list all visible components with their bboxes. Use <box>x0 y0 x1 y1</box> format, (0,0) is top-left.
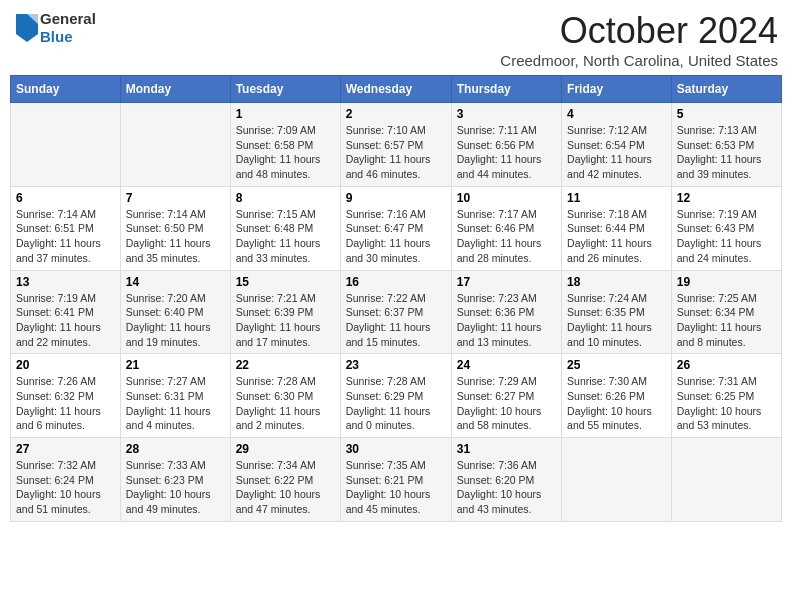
day-info: Sunrise: 7:18 AM Sunset: 6:44 PM Dayligh… <box>567 207 666 266</box>
day-number: 17 <box>457 275 556 289</box>
calendar-cell: 27Sunrise: 7:32 AM Sunset: 6:24 PM Dayli… <box>11 438 121 522</box>
calendar-cell: 14Sunrise: 7:20 AM Sunset: 6:40 PM Dayli… <box>120 270 230 354</box>
day-number: 18 <box>567 275 666 289</box>
day-info: Sunrise: 7:14 AM Sunset: 6:51 PM Dayligh… <box>16 207 115 266</box>
day-number: 11 <box>567 191 666 205</box>
calendar-cell <box>562 438 672 522</box>
calendar-cell: 17Sunrise: 7:23 AM Sunset: 6:36 PM Dayli… <box>451 270 561 354</box>
calendar-cell: 8Sunrise: 7:15 AM Sunset: 6:48 PM Daylig… <box>230 186 340 270</box>
day-info: Sunrise: 7:11 AM Sunset: 6:56 PM Dayligh… <box>457 123 556 182</box>
day-number: 22 <box>236 358 335 372</box>
day-info: Sunrise: 7:30 AM Sunset: 6:26 PM Dayligh… <box>567 374 666 433</box>
calendar-cell: 9Sunrise: 7:16 AM Sunset: 6:47 PM Daylig… <box>340 186 451 270</box>
day-info: Sunrise: 7:21 AM Sunset: 6:39 PM Dayligh… <box>236 291 335 350</box>
calendar-cell: 31Sunrise: 7:36 AM Sunset: 6:20 PM Dayli… <box>451 438 561 522</box>
day-number: 29 <box>236 442 335 456</box>
location-subtitle: Creedmoor, North Carolina, United States <box>500 52 778 69</box>
calendar-cell: 7Sunrise: 7:14 AM Sunset: 6:50 PM Daylig… <box>120 186 230 270</box>
day-number: 28 <box>126 442 225 456</box>
logo: General Blue <box>14 10 96 46</box>
day-number: 25 <box>567 358 666 372</box>
header-tuesday: Tuesday <box>230 76 340 103</box>
day-info: Sunrise: 7:09 AM Sunset: 6:58 PM Dayligh… <box>236 123 335 182</box>
day-info: Sunrise: 7:25 AM Sunset: 6:34 PM Dayligh… <box>677 291 776 350</box>
calendar-cell: 23Sunrise: 7:28 AM Sunset: 6:29 PM Dayli… <box>340 354 451 438</box>
calendar-cell: 1Sunrise: 7:09 AM Sunset: 6:58 PM Daylig… <box>230 103 340 187</box>
week-row-1: 1Sunrise: 7:09 AM Sunset: 6:58 PM Daylig… <box>11 103 782 187</box>
day-info: Sunrise: 7:34 AM Sunset: 6:22 PM Dayligh… <box>236 458 335 517</box>
calendar-cell: 5Sunrise: 7:13 AM Sunset: 6:53 PM Daylig… <box>671 103 781 187</box>
calendar-cell: 26Sunrise: 7:31 AM Sunset: 6:25 PM Dayli… <box>671 354 781 438</box>
day-number: 2 <box>346 107 446 121</box>
calendar-cell: 19Sunrise: 7:25 AM Sunset: 6:34 PM Dayli… <box>671 270 781 354</box>
day-info: Sunrise: 7:15 AM Sunset: 6:48 PM Dayligh… <box>236 207 335 266</box>
day-number: 5 <box>677 107 776 121</box>
day-number: 9 <box>346 191 446 205</box>
day-number: 1 <box>236 107 335 121</box>
calendar-cell: 22Sunrise: 7:28 AM Sunset: 6:30 PM Dayli… <box>230 354 340 438</box>
header-saturday: Saturday <box>671 76 781 103</box>
day-number: 8 <box>236 191 335 205</box>
day-number: 6 <box>16 191 115 205</box>
day-number: 31 <box>457 442 556 456</box>
calendar-cell: 12Sunrise: 7:19 AM Sunset: 6:43 PM Dayli… <box>671 186 781 270</box>
calendar-cell: 20Sunrise: 7:26 AM Sunset: 6:32 PM Dayli… <box>11 354 121 438</box>
day-number: 26 <box>677 358 776 372</box>
day-info: Sunrise: 7:12 AM Sunset: 6:54 PM Dayligh… <box>567 123 666 182</box>
page-header: General Blue October 2024 Creedmoor, Nor… <box>10 10 782 69</box>
calendar-cell: 10Sunrise: 7:17 AM Sunset: 6:46 PM Dayli… <box>451 186 561 270</box>
calendar-cell: 4Sunrise: 7:12 AM Sunset: 6:54 PM Daylig… <box>562 103 672 187</box>
week-row-3: 13Sunrise: 7:19 AM Sunset: 6:41 PM Dayli… <box>11 270 782 354</box>
day-info: Sunrise: 7:22 AM Sunset: 6:37 PM Dayligh… <box>346 291 446 350</box>
calendar-cell: 3Sunrise: 7:11 AM Sunset: 6:56 PM Daylig… <box>451 103 561 187</box>
calendar-cell: 28Sunrise: 7:33 AM Sunset: 6:23 PM Dayli… <box>120 438 230 522</box>
calendar-table: SundayMondayTuesdayWednesdayThursdayFrid… <box>10 75 782 522</box>
day-number: 21 <box>126 358 225 372</box>
day-info: Sunrise: 7:26 AM Sunset: 6:32 PM Dayligh… <box>16 374 115 433</box>
day-number: 12 <box>677 191 776 205</box>
day-info: Sunrise: 7:27 AM Sunset: 6:31 PM Dayligh… <box>126 374 225 433</box>
calendar-cell: 11Sunrise: 7:18 AM Sunset: 6:44 PM Dayli… <box>562 186 672 270</box>
calendar-cell: 16Sunrise: 7:22 AM Sunset: 6:37 PM Dayli… <box>340 270 451 354</box>
week-row-2: 6Sunrise: 7:14 AM Sunset: 6:51 PM Daylig… <box>11 186 782 270</box>
day-number: 14 <box>126 275 225 289</box>
calendar-cell: 29Sunrise: 7:34 AM Sunset: 6:22 PM Dayli… <box>230 438 340 522</box>
day-number: 10 <box>457 191 556 205</box>
calendar-cell <box>120 103 230 187</box>
day-info: Sunrise: 7:19 AM Sunset: 6:41 PM Dayligh… <box>16 291 115 350</box>
day-number: 24 <box>457 358 556 372</box>
day-info: Sunrise: 7:24 AM Sunset: 6:35 PM Dayligh… <box>567 291 666 350</box>
month-title: October 2024 <box>500 10 778 52</box>
calendar-cell: 21Sunrise: 7:27 AM Sunset: 6:31 PM Dayli… <box>120 354 230 438</box>
calendar-cell: 13Sunrise: 7:19 AM Sunset: 6:41 PM Dayli… <box>11 270 121 354</box>
day-info: Sunrise: 7:32 AM Sunset: 6:24 PM Dayligh… <box>16 458 115 517</box>
week-row-4: 20Sunrise: 7:26 AM Sunset: 6:32 PM Dayli… <box>11 354 782 438</box>
calendar-cell: 2Sunrise: 7:10 AM Sunset: 6:57 PM Daylig… <box>340 103 451 187</box>
header-friday: Friday <box>562 76 672 103</box>
day-number: 7 <box>126 191 225 205</box>
day-number: 20 <box>16 358 115 372</box>
day-info: Sunrise: 7:23 AM Sunset: 6:36 PM Dayligh… <box>457 291 556 350</box>
header-wednesday: Wednesday <box>340 76 451 103</box>
logo-icon <box>16 14 38 42</box>
day-info: Sunrise: 7:28 AM Sunset: 6:29 PM Dayligh… <box>346 374 446 433</box>
day-number: 23 <box>346 358 446 372</box>
day-number: 30 <box>346 442 446 456</box>
day-number: 3 <box>457 107 556 121</box>
day-info: Sunrise: 7:28 AM Sunset: 6:30 PM Dayligh… <box>236 374 335 433</box>
header-thursday: Thursday <box>451 76 561 103</box>
title-area: October 2024 Creedmoor, North Carolina, … <box>500 10 778 69</box>
calendar-cell: 25Sunrise: 7:30 AM Sunset: 6:26 PM Dayli… <box>562 354 672 438</box>
day-number: 13 <box>16 275 115 289</box>
day-number: 16 <box>346 275 446 289</box>
calendar-cell: 24Sunrise: 7:29 AM Sunset: 6:27 PM Dayli… <box>451 354 561 438</box>
day-number: 15 <box>236 275 335 289</box>
calendar-cell: 30Sunrise: 7:35 AM Sunset: 6:21 PM Dayli… <box>340 438 451 522</box>
day-info: Sunrise: 7:17 AM Sunset: 6:46 PM Dayligh… <box>457 207 556 266</box>
day-info: Sunrise: 7:29 AM Sunset: 6:27 PM Dayligh… <box>457 374 556 433</box>
day-info: Sunrise: 7:35 AM Sunset: 6:21 PM Dayligh… <box>346 458 446 517</box>
calendar-cell <box>11 103 121 187</box>
calendar-cell: 18Sunrise: 7:24 AM Sunset: 6:35 PM Dayli… <box>562 270 672 354</box>
day-number: 27 <box>16 442 115 456</box>
day-info: Sunrise: 7:10 AM Sunset: 6:57 PM Dayligh… <box>346 123 446 182</box>
